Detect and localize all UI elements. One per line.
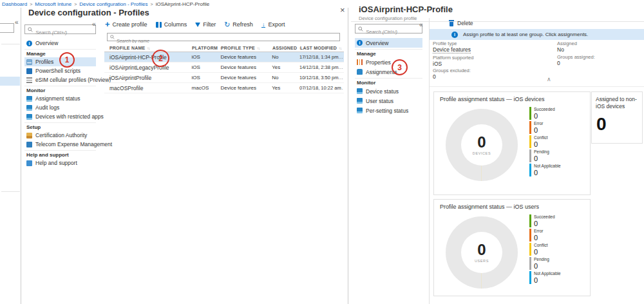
- search-icon: [28, 27, 33, 32]
- nav-item-audit-logs[interactable]: Audit logs: [24, 103, 96, 112]
- search-icon: [110, 35, 115, 39]
- nav-section-header: Help and support: [24, 151, 96, 158]
- nav-item-assignments[interactable]: Assignments: [355, 67, 422, 77]
- sort-icon[interactable]: ↑↓: [147, 46, 149, 50]
- nav-item-powershell-scripts[interactable]: PowerShell scripts: [24, 66, 96, 75]
- legend-value: 0: [534, 220, 589, 227]
- column-header-last-modified[interactable]: LAST MODIFIED↑↓: [300, 46, 339, 50]
- monitor-icon: [26, 96, 32, 102]
- non-ios-card[interactable]: Assigned to non-iOS devices 0: [591, 91, 643, 144]
- blade-search[interactable]: [355, 24, 422, 33]
- breadcrumb-item-dashboard[interactable]: Dashboard: [2, 1, 27, 7]
- essential-value-text: 0: [433, 73, 436, 80]
- breadcrumb-item-device-configuration-profiles[interactable]: Device configuration - Profiles: [79, 1, 147, 7]
- nav-item-device-status[interactable]: Device status: [355, 86, 422, 96]
- delete-button[interactable]: Delete: [430, 19, 473, 28]
- chart-card-ios-devices[interactable]: Profile assignment status — iOS devices …: [433, 91, 591, 195]
- info-icon: [357, 40, 363, 46]
- banner-text: Assign profile to at least one group. Cl…: [463, 32, 588, 37]
- toolbar-create-profile[interactable]: +Create profile: [105, 21, 147, 28]
- essentials-collapse-icon[interactable]: ∧: [547, 76, 551, 82]
- sliver-search-input[interactable]: [0, 23, 14, 33]
- table-row-macosprofile[interactable]: macOSProfilemacOSDevice featuresYes07/12…: [104, 83, 344, 93]
- cell-last-modified: 14/12/18, 2:38 pm: [299, 64, 338, 70]
- breadcrumb-separator: >: [30, 2, 32, 6]
- table-row-iosairprintprofile[interactable]: iOSAirprintProfileiOSDevice featuresNo10…: [104, 73, 344, 83]
- donut-chart: 0 DEVICES: [446, 109, 518, 181]
- nav-item-help-and-support[interactable]: Help and support: [24, 158, 96, 167]
- intune-portal: Dashboard>Microsoft Intune>Device config…: [0, 0, 644, 304]
- toolbar-label: Filter: [203, 21, 216, 28]
- collapse-icon[interactable]: «: [419, 22, 423, 28]
- essential-value-text[interactable]: Device features: [433, 46, 471, 53]
- help-icon: [26, 160, 32, 166]
- nav-item-overview[interactable]: Overview: [355, 38, 422, 48]
- cell-platform: macOS: [192, 85, 221, 91]
- nav-item-user-status[interactable]: User status: [355, 96, 422, 106]
- collapse-icon[interactable]: «: [92, 21, 96, 28]
- search-input[interactable]: [25, 28, 95, 37]
- info-banner[interactable]: Assign profile to at least one group. Cl…: [430, 29, 644, 40]
- divider: [430, 86, 644, 87]
- legend-item-conflict: Conflict0: [529, 243, 589, 256]
- info-icon: [451, 32, 458, 38]
- non-ios-card-title: Assigned to non-iOS devices: [596, 96, 638, 110]
- nav-section-header: Monitor: [24, 87, 96, 94]
- nav-section-manage: ManagePropertiesAssignments: [355, 49, 422, 77]
- export-icon: ↓: [261, 22, 266, 28]
- nav-item-label: PowerShell scripts: [35, 68, 80, 74]
- search-input[interactable]: [355, 28, 422, 36]
- row-menu-icon[interactable]: …: [338, 85, 344, 91]
- column-header-profile-name[interactable]: PROFILE NAME↑↓: [109, 46, 192, 50]
- selected-menu-item[interactable]: [0, 77, 20, 86]
- column-header-platform[interactable]: PLATFORM↑↓: [192, 46, 221, 50]
- cell-profile-type: Device features: [220, 54, 272, 60]
- info-icon: [26, 41, 32, 46]
- list-search[interactable]: [107, 33, 340, 41]
- collapse-icon[interactable]: «: [15, 19, 19, 26]
- nav-item-esim-cellular-profiles-preview[interactable]: eSIM cellular profiles (Preview): [24, 75, 96, 84]
- row-menu-icon[interactable]: …: [338, 64, 344, 70]
- nav-item-properties[interactable]: Properties: [355, 57, 422, 67]
- toolbar-columns[interactable]: Columns: [156, 21, 187, 28]
- toolbar-refresh[interactable]: ↻Refresh: [224, 21, 253, 28]
- sort-icon[interactable]: ↑↓: [339, 46, 341, 50]
- row-menu-icon[interactable]: …: [338, 75, 344, 81]
- search-input[interactable]: [0, 27, 14, 35]
- legend-value: 0: [534, 155, 589, 162]
- essential-value-text: iOS: [433, 61, 442, 67]
- donut-center-label: DEVICES: [473, 151, 491, 155]
- nav-item-label: Certification Authority: [35, 132, 87, 138]
- legend-label: Conflict: [534, 243, 589, 248]
- close-blade-icon[interactable]: ×: [340, 6, 345, 14]
- properties-icon: [357, 59, 363, 65]
- essential-value-text: No: [557, 46, 564, 53]
- sort-icon[interactable]: ↑↓: [257, 46, 260, 50]
- toolbar-export[interactable]: ↓Export: [261, 21, 285, 28]
- row-menu-icon[interactable]: …: [338, 54, 344, 60]
- cell-platform: iOS: [192, 75, 221, 81]
- nav-item-overview[interactable]: Overview: [24, 39, 96, 48]
- chart-card-ios-users[interactable]: Profile assignment status — iOS users 0 …: [433, 199, 591, 296]
- nav-item-devices-with-restricted-apps[interactable]: Devices with restricted apps: [24, 112, 96, 121]
- nav-item-certification-authority[interactable]: Certification Authority: [24, 131, 96, 140]
- toolbar-filter[interactable]: Filter: [195, 21, 216, 28]
- breadcrumb-item-microsoft-intune[interactable]: Microsoft Intune: [35, 1, 71, 7]
- nav-item-per-setting-status[interactable]: Per-setting status: [355, 106, 422, 115]
- nav-item-telecom-expense-management[interactable]: Telecom Expense Management: [24, 140, 96, 149]
- essentials-right-column: AssignedNoGroups assigned:0: [557, 41, 595, 67]
- essential-value-profile-type: Device features: [433, 46, 473, 53]
- nav-item-label: Overview: [35, 40, 58, 46]
- column-header-profile-type[interactable]: PROFILE TYPE↑↓: [221, 46, 272, 50]
- legend-value: 0: [534, 276, 589, 284]
- nav-item-label: User status: [366, 98, 393, 104]
- column-header-assigned[interactable]: ASSIGNED↑↓: [272, 46, 300, 50]
- chart-title: Profile assignment status — iOS devices: [440, 96, 545, 102]
- legend-value: 0: [534, 126, 589, 134]
- essential-value-platform-supported: iOS: [433, 61, 473, 67]
- table-row-iosairprint-hcp-profile[interactable]: iOSAirprint-HCP-ProfileiOSDevice feature…: [104, 52, 344, 62]
- table-row-iosairprintlegacyprofile[interactable]: iOSAirprintLegacyProfileiOSDevice featur…: [104, 62, 344, 73]
- blade-search[interactable]: [24, 24, 96, 34]
- nav-item-assignment-status[interactable]: Assignment status: [24, 94, 96, 103]
- legend-item-error: Error0: [529, 121, 589, 134]
